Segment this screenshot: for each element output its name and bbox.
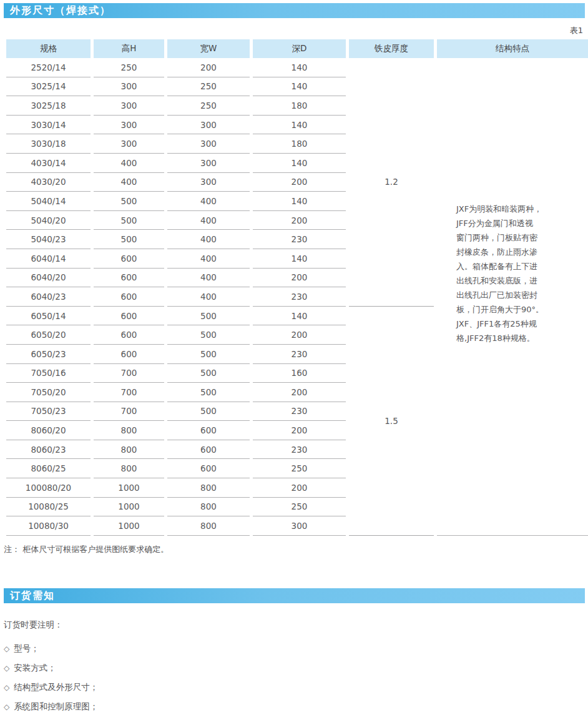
table-cell: 300 bbox=[94, 116, 164, 135]
table-cell: 600 bbox=[94, 307, 164, 326]
table-cell: 600 bbox=[94, 269, 164, 288]
table-cell: 230 bbox=[253, 287, 346, 307]
section-header-dimensions: 外形尺寸（焊接式） bbox=[4, 3, 585, 18]
col-header-spec: 规格 bbox=[6, 39, 91, 58]
structure-features-text: JXF为明装和暗装两种，JFF分为金属门和透视窗门两种，门板贴有密封橡皮条，防止… bbox=[456, 202, 587, 345]
dimensions-section-title: 外形尺寸（焊接式） bbox=[10, 4, 111, 16]
table-cell: 300 bbox=[167, 173, 250, 192]
table-cell: 300 bbox=[94, 96, 164, 116]
table-footnote: 注： 柜体尺寸可根据客户提供图纸要求确定。 bbox=[4, 544, 588, 555]
table-cell: 6040/14 bbox=[6, 249, 91, 269]
table-cell: 140 bbox=[253, 58, 346, 77]
table-cell: 400 bbox=[167, 192, 250, 211]
table-cell: 230 bbox=[253, 402, 346, 422]
table-cell: 250 bbox=[167, 96, 250, 116]
header-row: 规格 高H 宽W 深D 铁皮厚度 结构特点 bbox=[6, 39, 588, 58]
table-cell: 600 bbox=[94, 325, 164, 345]
structure-features-line: 板，门开启角大于90°。 bbox=[456, 303, 587, 317]
table-cell: 10080/30 bbox=[6, 516, 91, 536]
col-header-height: 高H bbox=[94, 39, 164, 58]
thickness-cell-group2: 1.5 bbox=[349, 307, 434, 536]
table-cell: 300 bbox=[94, 77, 164, 97]
table-cell: 400 bbox=[167, 211, 250, 230]
table-cell: 5040/23 bbox=[6, 230, 91, 249]
table-cell: 400 bbox=[94, 173, 164, 192]
table-cell: 180 bbox=[253, 96, 346, 116]
table-cell: 600 bbox=[167, 459, 250, 478]
thickness-cell-group1: 1.2 bbox=[349, 58, 434, 307]
table-cell: 5040/20 bbox=[6, 211, 91, 230]
table-cell: 600 bbox=[94, 287, 164, 307]
table-cell: 1000 bbox=[94, 498, 164, 517]
table-cell: 500 bbox=[167, 364, 250, 383]
diamond-bullet-icon: ◇ bbox=[4, 643, 9, 654]
table-cell: 230 bbox=[253, 440, 346, 460]
diamond-bullet-icon: ◇ bbox=[4, 682, 9, 693]
table-cell: 200 bbox=[253, 325, 346, 345]
col-header-thickness: 铁皮厚度 bbox=[349, 39, 434, 58]
diamond-bullet-icon: ◇ bbox=[4, 701, 9, 713]
table-cell: 140 bbox=[253, 116, 346, 135]
table-cell: 1000 bbox=[94, 516, 164, 536]
list-item-text: 型号； bbox=[14, 643, 39, 654]
table-cell: 600 bbox=[167, 421, 250, 440]
table-cell: 500 bbox=[94, 192, 164, 211]
table-cell: 230 bbox=[253, 345, 346, 364]
table-cell: 200 bbox=[253, 478, 346, 498]
dimensions-table: 规格 高H 宽W 深D 铁皮厚度 结构特点 2520/142502001401.… bbox=[3, 39, 588, 536]
table-cell: 250 bbox=[94, 58, 164, 77]
table-cell: 400 bbox=[167, 287, 250, 307]
structure-features-line: 出线孔和安装底版，进 bbox=[456, 274, 587, 288]
table-cell: 4030/20 bbox=[6, 173, 91, 192]
table-cell: 7050/23 bbox=[6, 402, 91, 422]
table-cell: 6050/23 bbox=[6, 345, 91, 364]
table-cell: 140 bbox=[253, 307, 346, 326]
table-cell: 200 bbox=[253, 211, 346, 230]
table-cell: 250 bbox=[253, 498, 346, 517]
table-cell: 500 bbox=[167, 345, 250, 364]
diamond-bullet-icon: ◇ bbox=[4, 663, 9, 674]
structure-features-line: 入。箱体配备有上下进 bbox=[456, 260, 587, 274]
structure-features-line: JXF、JFF1各有25种规 bbox=[456, 317, 587, 332]
table-cell: 300 bbox=[167, 116, 250, 135]
section-header-ordering: 订货需知 bbox=[4, 588, 585, 603]
table-cell: 8060/25 bbox=[6, 459, 91, 478]
list-item: ◇ 结构型式及外形尺寸； bbox=[4, 682, 588, 693]
list-item: ◇ 安装方式； bbox=[4, 663, 588, 674]
structure-features-line: 出线孔出厂已加装密封 bbox=[456, 288, 587, 303]
structure-features-line: 封橡皮条，防止雨水渗 bbox=[456, 245, 587, 260]
table-cell: 400 bbox=[167, 269, 250, 288]
catalog-page: 外形尺寸（焊接式） 表1 规格 高H 宽W 深D 铁皮厚度 结构特点 2520/… bbox=[0, 3, 588, 720]
table-cell: 140 bbox=[253, 192, 346, 211]
col-header-structure: 结构特点 bbox=[437, 39, 588, 58]
list-item: ◇ 型号； bbox=[4, 643, 588, 654]
table-cell: 6040/20 bbox=[6, 269, 91, 288]
table-cell: 180 bbox=[253, 134, 346, 154]
col-header-width: 宽W bbox=[167, 39, 250, 58]
table-cell: 6050/20 bbox=[6, 325, 91, 345]
list-item-text: 系统图和控制原理图； bbox=[14, 701, 98, 713]
table-cell: 500 bbox=[167, 307, 250, 326]
table-cell: 200 bbox=[167, 58, 250, 77]
table-cell: 400 bbox=[167, 230, 250, 249]
table-cell: 700 bbox=[94, 364, 164, 383]
table-cell: 800 bbox=[167, 516, 250, 536]
table-cell: 3030/14 bbox=[6, 116, 91, 135]
table-cell: 160 bbox=[253, 364, 346, 383]
table-cell: 300 bbox=[167, 134, 250, 154]
table-cell: 200 bbox=[253, 421, 346, 440]
structure-features-line: 窗门两种，门板贴有密 bbox=[456, 231, 587, 245]
list-item: ◇ 系统图和控制原理图； bbox=[4, 701, 588, 713]
table-cell: 800 bbox=[167, 478, 250, 498]
list-item-text: 安装方式； bbox=[14, 663, 56, 674]
table-cell: 800 bbox=[94, 440, 164, 460]
table-cell: 200 bbox=[253, 269, 346, 288]
table-cell: 200 bbox=[253, 173, 346, 192]
ordering-section-title: 订货需知 bbox=[10, 589, 55, 601]
table-cell: 300 bbox=[167, 154, 250, 173]
table-cell: 600 bbox=[167, 440, 250, 460]
table-cell: 140 bbox=[253, 154, 346, 173]
table-cell: 600 bbox=[94, 249, 164, 269]
table-cell: 100080/20 bbox=[6, 478, 91, 498]
table-cell: 7050/16 bbox=[6, 364, 91, 383]
